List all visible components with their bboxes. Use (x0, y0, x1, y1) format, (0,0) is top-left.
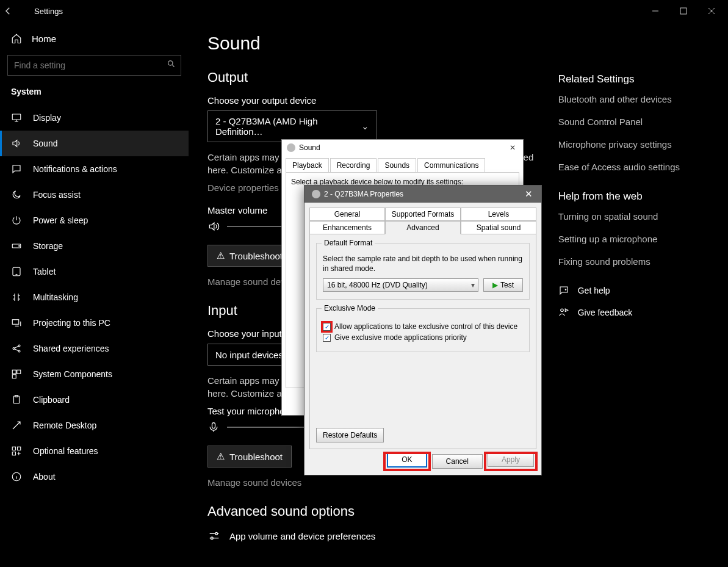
chat-icon (558, 285, 569, 296)
home-icon (11, 33, 22, 44)
manage-sound-devices-link-2[interactable]: Manage sound devices (207, 477, 534, 488)
related-link[interactable]: Bluetooth and other devices (558, 94, 710, 104)
features-icon (11, 446, 22, 457)
output-device-dropdown[interactable]: 2 - Q27B3MA (AMD High Definition… ⌄ (207, 110, 377, 142)
get-help-link[interactable]: Get help (558, 285, 710, 296)
sidebar-item-label: Display (33, 113, 61, 123)
restore-defaults-button[interactable]: Restore Defaults (316, 428, 384, 442)
help-link[interactable]: Fixing sound problems (558, 256, 710, 267)
svg-point-22 (211, 537, 214, 540)
prop-tab-levels[interactable]: Levels (461, 208, 536, 221)
speaker-app-icon (312, 190, 320, 198)
message-icon (11, 164, 22, 175)
related-settings-heading: Related Settings (558, 73, 710, 85)
sidebar-item-power-sleep[interactable]: Power & sleep (0, 208, 189, 233)
sound-tab-recording[interactable]: Recording (330, 158, 377, 172)
test-button[interactable]: ▶ Test (483, 278, 523, 292)
sidebar-item-remote-desktop[interactable]: Remote Desktop (0, 413, 189, 438)
input-troubleshoot-button[interactable]: ⚠ Troubleshoot (207, 446, 292, 468)
cancel-button[interactable]: Cancel (432, 454, 483, 469)
sidebar-item-system-components[interactable]: System Components (0, 361, 189, 387)
sidebar-item-about[interactable]: About (0, 464, 189, 489)
sidebar-item-label: Storage (33, 241, 63, 251)
prop-tab-advanced[interactable]: Advanced (385, 221, 461, 234)
exclusive-priority-checkbox[interactable]: ✓ (323, 334, 331, 342)
test-button-label: Test (500, 281, 514, 289)
app-volume-link[interactable]: App volume and device preferences (229, 531, 375, 541)
prop-tab-general[interactable]: General (309, 208, 385, 221)
home-label: Home (32, 34, 56, 44)
help-from-web-heading: Help from the web (558, 190, 710, 203)
apply-button[interactable]: Apply (488, 452, 534, 467)
close-button[interactable] (697, 2, 726, 20)
chevron-down-icon: ⌄ (361, 121, 369, 132)
svg-point-9 (18, 345, 20, 347)
sound-tab-communications[interactable]: Communications (417, 158, 485, 172)
svg-rect-12 (17, 370, 21, 374)
svg-rect-11 (12, 370, 16, 374)
sound-dialog-titlebar: Sound ✕ (282, 140, 523, 156)
sidebar-item-label: System Components (33, 369, 112, 379)
ok-button[interactable]: OK (387, 452, 427, 468)
svg-point-5 (19, 245, 20, 247)
monitor-icon (11, 112, 22, 123)
svg-rect-3 (12, 114, 21, 120)
svg-point-8 (13, 348, 15, 350)
properties-dialog: 2 - Q27B3MA Properties ✕ GeneralSupporte… (304, 185, 542, 475)
remote-icon (11, 420, 22, 431)
svg-point-24 (560, 309, 563, 312)
minimize-button[interactable] (641, 2, 669, 20)
sidebar-item-tablet[interactable]: Tablet (0, 259, 189, 284)
default-format-desc: Select the sample rate and bit depth to … (323, 255, 523, 273)
sidebar-item-display[interactable]: Display (0, 105, 189, 131)
maximize-button[interactable] (669, 2, 697, 20)
sidebar-item-optional-features[interactable]: Optional features (0, 438, 189, 464)
exclusive-mode-group: Exclusive Mode ✓ Allow applications to t… (316, 308, 530, 352)
help-link[interactable]: Turning on spatial sound (558, 211, 710, 222)
exclusive-priority-label: Give exclusive mode applications priorit… (334, 333, 467, 342)
power-icon (11, 215, 22, 226)
sidebar-item-focus-assist[interactable]: Focus assist (0, 182, 189, 208)
sidebar-item-shared-experiences[interactable]: Shared experiences (0, 336, 189, 361)
sidebar-item-clipboard[interactable]: Clipboard (0, 387, 189, 413)
sidebar-item-projecting-to-this-pc[interactable]: Projecting to this PC (0, 310, 189, 336)
home-button[interactable]: Home (0, 27, 189, 50)
warning-icon: ⚠ (217, 250, 225, 261)
sidebar-item-label: Tablet (33, 267, 56, 276)
help-link[interactable]: Setting up a microphone (558, 234, 710, 244)
sidebar-item-label: Notifications & actions (33, 164, 117, 174)
page-title: Sound (207, 33, 710, 54)
search-input-wrap (7, 55, 181, 76)
format-select[interactable]: 16 bit, 48000 Hz (DVD Quality) (323, 278, 478, 292)
output-troubleshoot-button[interactable]: ⚠ Troubleshoot (207, 245, 292, 267)
default-format-group: Default Format Select the sample rate an… (316, 243, 530, 300)
related-link[interactable]: Ease of Access audio settings (558, 162, 710, 172)
sound-dialog-close-button[interactable]: ✕ (507, 143, 518, 152)
back-button[interactable] (2, 5, 27, 16)
sound-tab-sounds[interactable]: Sounds (378, 158, 416, 172)
sound-dialog-title: Sound (299, 143, 320, 152)
related-link[interactable]: Sound Control Panel (558, 117, 710, 127)
window-titlebar: Settings (0, 0, 728, 22)
sound-tab-playback[interactable]: Playback (286, 158, 329, 172)
svg-point-2 (168, 61, 173, 66)
prop-tab-enhancements[interactable]: Enhancements (309, 221, 385, 234)
advanced-heading: Advanced sound options (207, 504, 534, 519)
sidebar-item-storage[interactable]: Storage (0, 233, 189, 259)
speaker-icon (207, 220, 220, 233)
components-icon (11, 369, 22, 380)
prop-tab-spatial-sound[interactable]: Spatial sound (461, 221, 536, 234)
sidebar-item-sound[interactable]: Sound (0, 131, 189, 156)
properties-dialog-close-button[interactable]: ✕ (521, 189, 536, 200)
exclusive-control-checkbox[interactable]: ✓ (323, 323, 331, 331)
sidebar-item-notifications-actions[interactable]: Notifications & actions (0, 156, 189, 182)
search-input[interactable] (8, 56, 181, 75)
give-feedback-link[interactable]: Give feedback (558, 307, 710, 318)
multitask-icon (11, 292, 22, 303)
sidebar-item-label: Power & sleep (33, 215, 88, 225)
sidebar-item-label: Optional features (33, 446, 98, 456)
sliders-icon (207, 529, 221, 543)
sidebar-item-multitasking[interactable]: Multitasking (0, 284, 189, 310)
related-link[interactable]: Microphone privacy settings (558, 139, 710, 150)
prop-tab-supported-formats[interactable]: Supported Formats (385, 208, 461, 221)
